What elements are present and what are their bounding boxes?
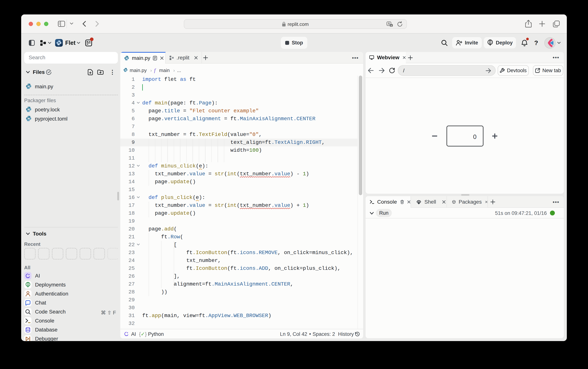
svg-text:x: x <box>391 24 392 27</box>
svg-text:A: A <box>388 22 390 25</box>
